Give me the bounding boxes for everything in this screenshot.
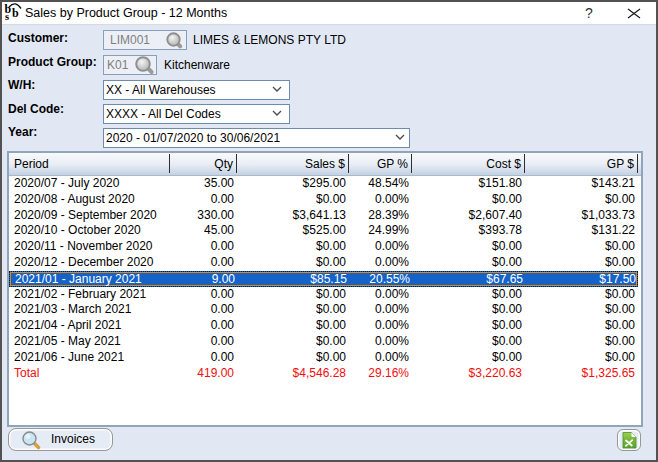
svg-text:b: b	[12, 6, 19, 20]
svg-text:s: s	[5, 11, 9, 21]
